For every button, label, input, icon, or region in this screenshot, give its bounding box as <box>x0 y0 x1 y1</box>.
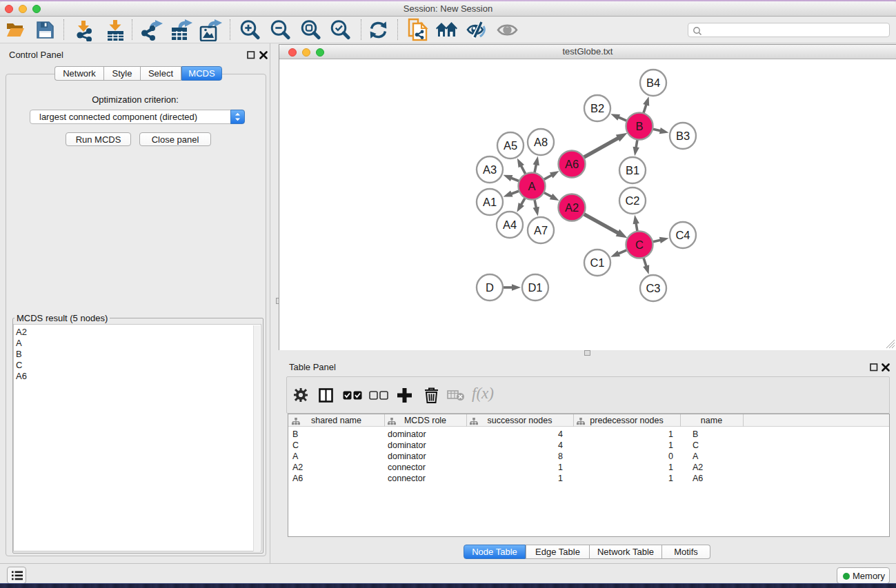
svg-text:B4: B4 <box>646 77 660 89</box>
svg-text:C1: C1 <box>590 256 604 269</box>
svg-text:D1: D1 <box>528 281 542 294</box>
svg-text:A6: A6 <box>565 158 579 170</box>
svg-text:B3: B3 <box>676 130 690 142</box>
svg-text:C2: C2 <box>625 194 639 207</box>
svg-text:C: C <box>635 239 644 251</box>
svg-text:A2: A2 <box>565 201 579 214</box>
svg-text:A5: A5 <box>504 139 517 152</box>
svg-text:C4: C4 <box>675 229 690 241</box>
svg-text:A8: A8 <box>534 136 548 148</box>
svg-text:A1: A1 <box>483 196 497 208</box>
svg-text:B1: B1 <box>626 164 639 176</box>
svg-text:C3: C3 <box>646 282 660 294</box>
svg-text:D: D <box>486 281 494 294</box>
svg-text:B2: B2 <box>590 102 604 114</box>
svg-text:B: B <box>635 120 643 132</box>
svg-text:A4: A4 <box>503 219 517 231</box>
svg-text:A7: A7 <box>534 224 548 236</box>
svg-text:A: A <box>528 180 535 192</box>
svg-text:A3: A3 <box>483 163 497 176</box>
